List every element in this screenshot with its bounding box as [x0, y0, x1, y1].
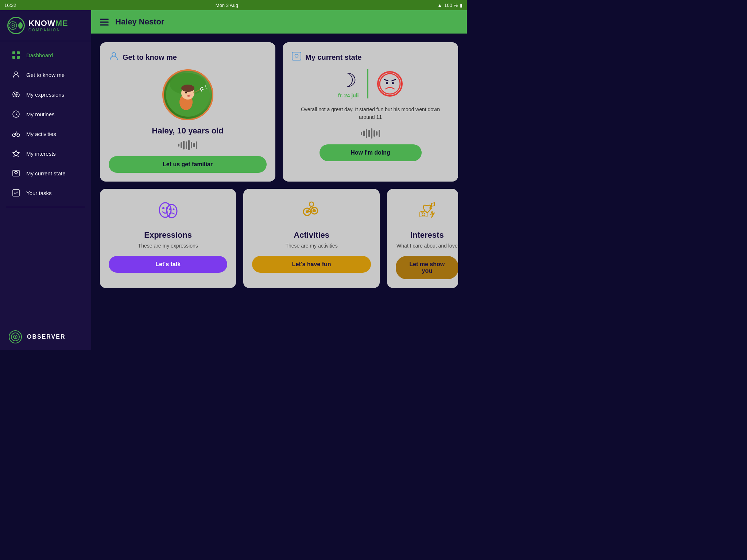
wave-4: [186, 141, 187, 149]
star-icon: [12, 149, 20, 158]
mask-icon: [12, 90, 20, 99]
svg-point-28: [187, 95, 190, 97]
svg-point-2: [12, 25, 13, 26]
wave-8: [196, 141, 197, 149]
card-know-me-title: Get to know me: [123, 53, 177, 62]
know-me-card-icon: [109, 51, 119, 63]
know-me-button[interactable]: Let us get familiar: [109, 156, 267, 173]
card-know-me-header: Get to know me: [109, 51, 177, 63]
logo-svg: [8, 19, 17, 32]
app-body: KNOWME COMPANION Dashboard: [0, 10, 467, 350]
sidebar: KNOWME COMPANION Dashboard: [0, 10, 91, 350]
bottom-cards-row: Expressions These are my expressions Let…: [100, 189, 458, 288]
wave-7: [193, 143, 195, 147]
hamburger-line-1: [100, 19, 109, 20]
sidebar-item-your-tasks[interactable]: Your tasks: [3, 183, 88, 202]
angry-face-svg: [379, 73, 401, 95]
sidebar-label-my-expressions: My expressions: [26, 92, 64, 98]
svg-point-52: [309, 202, 314, 206]
logo-know: KNOWME: [28, 19, 68, 27]
interests-svg: [12, 149, 20, 158]
moon-icon: ☽: [340, 69, 357, 91]
interests-title: Interests: [410, 230, 444, 240]
top-cards-row: Get to know me: [100, 42, 458, 182]
hamburger-line-2: [100, 22, 109, 23]
expressions-desc: These are my expressions: [138, 243, 198, 249]
logo-companion: COMPANION: [28, 28, 68, 32]
current-state-button[interactable]: How I'm doing: [320, 144, 422, 161]
svg-point-26: [185, 92, 187, 94]
interests-card-icon: [416, 199, 438, 225]
state-content: ☽ fr. 24 juli: [291, 69, 449, 161]
svg-point-43: [162, 207, 165, 209]
sidebar-label-get-to-know-me: Get to know me: [26, 72, 65, 78]
sidebar-item-my-current-state[interactable]: My current state: [3, 164, 88, 183]
sidebar-item-my-interests[interactable]: My interests: [3, 144, 88, 163]
sidebar-item-dashboard[interactable]: Dashboard: [3, 46, 88, 65]
svg-point-41: [392, 82, 394, 84]
nav-divider: [6, 207, 85, 207]
logo-text: KNOWME COMPANION: [28, 19, 68, 32]
sidebar-nav: Dashboard Get to know me: [0, 41, 91, 324]
expressions-button[interactable]: Let's talk: [109, 256, 227, 273]
svg-point-25: [181, 85, 194, 92]
sw-8: [379, 130, 380, 137]
svg-rect-15: [13, 170, 19, 176]
logo: KNOWME COMPANION: [0, 10, 91, 41]
sidebar-item-my-expressions[interactable]: My expressions: [3, 85, 88, 104]
sidebar-item-my-activities[interactable]: My activities: [3, 124, 88, 143]
svg-point-11: [17, 94, 18, 95]
masks-svg: [157, 199, 179, 221]
sidebar-observer[interactable]: OBSERVER: [0, 324, 91, 350]
avatar: [162, 69, 213, 120]
state-emotions: ☽ fr. 24 juli: [338, 69, 403, 98]
state-card-icon: [291, 51, 302, 63]
mask-svg: [12, 90, 20, 98]
status-date: Mon 3 Aug: [216, 3, 238, 8]
card-current-state: My current state ☽ fr. 24 juli: [283, 42, 458, 182]
sidebar-item-my-routines[interactable]: My routines: [3, 105, 88, 124]
moon-date: ☽ fr. 24 juli: [338, 69, 359, 98]
child-svg: [166, 73, 210, 117]
clock-svg: [12, 110, 20, 118]
sidebar-label-my-interests: My interests: [26, 151, 56, 157]
svg-point-40: [386, 82, 388, 84]
sidebar-label-dashboard: Dashboard: [26, 52, 53, 58]
state-text: Overall not a great day. It started fun …: [291, 106, 449, 121]
angry-face: [377, 71, 403, 97]
activities-title: Activities: [294, 230, 329, 240]
dashboard: Get to know me: [91, 34, 467, 350]
svg-point-34: [205, 85, 206, 87]
bike-svg: [12, 130, 20, 138]
heart-card-icon: [291, 51, 302, 61]
expressions-icon: [157, 199, 179, 225]
battery-icon: ▮: [460, 3, 462, 8]
svg-rect-5: [12, 56, 15, 59]
status-right: ▲ 100 % ▮: [437, 3, 462, 8]
svg-point-46: [169, 209, 171, 210]
svg-point-31: [201, 87, 203, 88]
svg-point-54: [422, 213, 425, 216]
bike-icon: [12, 129, 20, 138]
heart-icon: [12, 169, 20, 178]
check-svg: [12, 189, 20, 197]
wave-6: [191, 142, 192, 148]
svg-point-9: [16, 93, 19, 97]
interests-button[interactable]: Let me show you: [396, 256, 458, 279]
hamburger-menu[interactable]: [100, 19, 109, 26]
status-bar: 16:32 Mon 3 Aug ▲ 100 % ▮: [0, 0, 467, 10]
svg-line-38: [384, 79, 388, 81]
interests-desc: What I care about and love: [396, 243, 457, 249]
person-svg: [12, 71, 20, 79]
date-label: fr. 24 juli: [338, 93, 359, 98]
svg-rect-4: [17, 51, 20, 54]
person-icon: [12, 70, 20, 79]
sidebar-item-get-to-know-me[interactable]: Get to know me: [3, 65, 88, 84]
audio-waves: [178, 140, 197, 150]
hamburger-line-3: [100, 24, 109, 26]
dashboard-icon: [12, 51, 20, 59]
child-art: [164, 71, 212, 118]
sw-3: [366, 129, 367, 138]
logo-me: ME: [55, 19, 68, 28]
activities-button[interactable]: Let's have fun: [252, 256, 371, 273]
